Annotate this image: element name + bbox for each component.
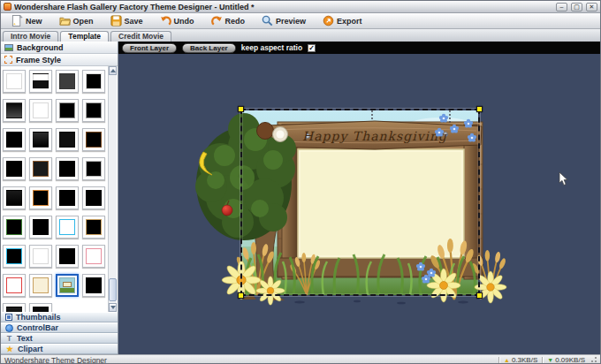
tab-strip: Intro Movie Template Credit Movie [1, 29, 600, 42]
open-button[interactable]: Open [55, 14, 98, 27]
design-stage[interactable]: Happy Thanksgiving [118, 54, 600, 354]
frame-style-thumb[interactable] [56, 70, 79, 93]
download-speed: ▼ 0.09KB/S [547, 356, 585, 364]
frame-style-thumb[interactable] [56, 128, 79, 151]
frame-style-thumb[interactable] [82, 157, 105, 180]
preview-button[interactable]: Preview [257, 14, 310, 27]
frame-style-thumb[interactable] [56, 274, 79, 297]
back-layer-button[interactable]: Back Layer [182, 43, 236, 53]
magnifier-icon [262, 15, 273, 27]
canvas-area: Front Layer Back Layer keep aspect ratio [118, 42, 600, 354]
app-window: Wondershare Flash Gallery Factory Theme … [0, 0, 601, 364]
resize-handle-nw[interactable] [238, 106, 244, 112]
resize-grip[interactable] [590, 357, 597, 364]
minimize-button[interactable]: – [556, 3, 567, 11]
arrow-up-icon [110, 69, 116, 72]
frame-style-thumb[interactable] [29, 186, 52, 209]
maximize-button[interactable]: ▢ [571, 3, 582, 11]
frame-style-thumb[interactable] [82, 128, 105, 151]
resize-handle-se[interactable] [476, 292, 483, 299]
keep-aspect-label: keep aspect ratio [241, 43, 302, 52]
controlbar-icon [5, 324, 13, 332]
status-bar: Wondershare Theme Designer ▲ 0.3KB/S ▼ 0… [1, 354, 600, 364]
undo-button[interactable]: Undo [156, 14, 199, 27]
title-bar: Wondershare Flash Gallery Factory Theme … [1, 1, 600, 13]
arrow-down-icon [110, 306, 116, 309]
frame-style-thumb[interactable] [29, 245, 52, 268]
keep-aspect-checkbox[interactable] [308, 44, 316, 52]
frame-style-thumb[interactable] [29, 303, 52, 312]
frame-style-panel [1, 66, 118, 312]
app-icon [4, 3, 11, 11]
accordion-thumbnails[interactable]: Thumbnails [1, 312, 118, 322]
status-text: Wondershare Theme Designer [4, 356, 494, 364]
frame-style-thumb[interactable] [3, 274, 26, 297]
save-floppy-icon [110, 15, 122, 27]
frame-style-thumb[interactable] [29, 274, 52, 297]
frame-style-icon [4, 56, 12, 64]
layer-toolbar: Front Layer Back Layer keep aspect ratio [118, 42, 600, 54]
scroll-up-button[interactable] [109, 66, 117, 75]
accordion-controlbar[interactable]: ControlBar [1, 322, 118, 333]
main-toolbar: New Open Save Undo Redo Preview Export [1, 13, 600, 29]
window-title: Wondershare Flash Gallery Factory Theme … [14, 3, 552, 11]
new-document-icon [11, 15, 23, 27]
download-speed-icon: ▼ [547, 357, 553, 363]
frame-style-thumb[interactable] [82, 99, 105, 122]
mouse-cursor [559, 172, 568, 186]
tab-intro-movie[interactable]: Intro Movie [3, 31, 58, 42]
frame-style-thumb[interactable] [56, 216, 79, 239]
sidebar: Background Frame Style Thumbnails [1, 42, 118, 354]
frame-style-thumb[interactable] [3, 245, 26, 268]
resize-handle-sw[interactable] [238, 292, 244, 299]
tab-template[interactable]: Template [60, 31, 109, 42]
frame-style-thumb[interactable] [56, 99, 79, 122]
selection-marquee[interactable] [240, 109, 480, 296]
sidebar-section-background[interactable]: Background [1, 42, 118, 54]
frame-style-thumb[interactable] [3, 303, 26, 312]
front-layer-button[interactable]: Front Layer [122, 43, 177, 53]
frame-style-thumb[interactable] [3, 70, 26, 93]
frame-style-thumb[interactable] [82, 186, 105, 209]
frame-style-thumb[interactable] [82, 70, 105, 93]
thumbnail-scrollbar[interactable] [108, 66, 117, 312]
frame-style-grid [3, 70, 105, 312]
frame-style-thumb[interactable] [56, 157, 79, 180]
frame-style-thumb[interactable] [3, 216, 26, 239]
frame-style-thumb[interactable] [3, 128, 26, 151]
frame-style-thumb[interactable] [3, 99, 26, 122]
export-icon [323, 15, 334, 27]
upload-speed-icon: ▲ [504, 357, 510, 363]
scroll-down-button[interactable] [109, 303, 117, 312]
frame-style-thumb[interactable] [82, 216, 105, 239]
frame-style-thumb[interactable] [82, 245, 105, 268]
tab-credit-movie[interactable]: Credit Movie [110, 31, 171, 42]
frame-style-thumb[interactable] [3, 157, 26, 180]
accordion-clipart[interactable]: Clipart [1, 344, 118, 354]
redo-button[interactable]: Redo [207, 14, 250, 27]
sidebar-section-frame-style[interactable]: Frame Style [1, 54, 118, 66]
new-button[interactable]: New [7, 14, 47, 27]
save-button[interactable]: Save [106, 14, 148, 27]
frame-style-thumb[interactable] [29, 216, 52, 239]
upload-speed: ▲ 0.3KB/S [504, 356, 537, 364]
frame-style-thumb[interactable] [56, 245, 79, 268]
resize-handle-ne[interactable] [476, 106, 483, 112]
frame-style-thumb[interactable] [29, 157, 52, 180]
frame-style-thumb[interactable] [56, 186, 79, 209]
close-button[interactable]: ✕ [586, 3, 597, 11]
open-folder-icon [59, 15, 71, 27]
background-icon [4, 44, 13, 51]
export-button[interactable]: Export [318, 14, 367, 27]
scrollbar-thumb[interactable] [109, 278, 117, 301]
frame-style-thumb[interactable] [3, 186, 26, 209]
frame-style-thumb[interactable] [82, 274, 105, 297]
frame-style-thumb[interactable] [29, 128, 52, 151]
text-icon [5, 335, 13, 343]
frame-style-thumb[interactable] [29, 70, 52, 93]
clipart-star-icon [5, 345, 14, 353]
undo-arrow-icon [160, 15, 171, 27]
accordion-text[interactable]: Text [1, 333, 118, 344]
frame-style-thumb[interactable] [29, 99, 52, 122]
thumbnails-icon [5, 314, 12, 321]
